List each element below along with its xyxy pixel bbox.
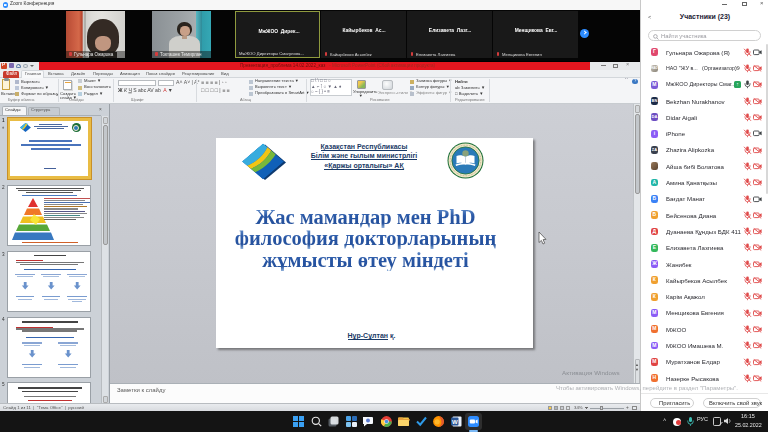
svg-text:W: W: [451, 419, 457, 425]
